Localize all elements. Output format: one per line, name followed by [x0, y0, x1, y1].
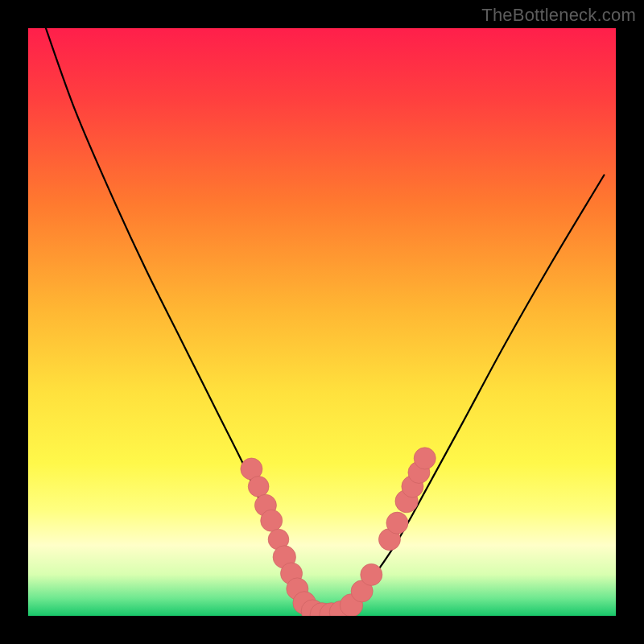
curve-marker [386, 512, 408, 534]
curve-layer [28, 28, 616, 616]
watermark-text: TheBottleneck.com [481, 5, 636, 26]
chart-stage: TheBottleneck.com [0, 0, 644, 644]
curve-marker [414, 448, 436, 469]
curve-marker [248, 477, 269, 497]
curve-marker [361, 564, 382, 585]
bottleneck-curve [46, 28, 605, 616]
curve-markers [241, 448, 436, 616]
plot-area [28, 28, 616, 616]
curve-marker [261, 510, 283, 531]
